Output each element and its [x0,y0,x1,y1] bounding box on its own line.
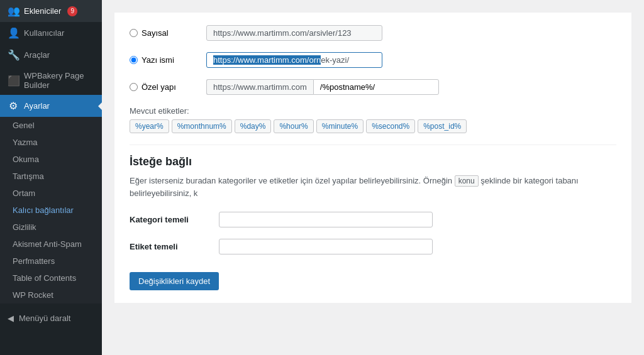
kategori-temeli-row: Kategori temeli [130,212,616,227]
ozel-yapi-input[interactable] [313,79,439,95]
mevcut-etiketler-section: Mevcut etiketler: %year% %monthnum% %day… [130,106,616,133]
submenu-okuma[interactable]: Okuma [0,151,102,168]
yazi-ismi-label: Yazı ismi [142,55,174,65]
users-icon: 👥 [8,5,19,17]
ozel-yapi-label: Özel yapı [142,82,176,92]
sayisal-radio[interactable] [130,29,138,37]
ekleniciler-badge: 9 [67,6,77,16]
wpbakery-icon: ⬛ [8,75,19,87]
tags-row: %year% %monthnum% %day% %hour% %minute% … [130,119,616,133]
yazi-ismi-row: Yazı ismi https://www.martimm.com/ornek-… [130,52,616,68]
ozel-yapi-radio[interactable] [130,83,138,91]
istege-bagli-highlight: konu [455,175,479,187]
yazi-ismi-radio[interactable] [130,56,138,64]
sidebar-item-kullanicilar[interactable]: 👤 Kullanıcılar [0,22,102,44]
yazi-ismi-url-display: https://www.martimm.com/ornek-yazi/ [206,52,382,68]
submenu-label: Yazma [13,138,38,147]
submenu-label: Gizlilik [13,222,36,232]
istege-bagli-section: İsteğe bağlı Eğer isterseniz buradan kat… [130,155,616,290]
tag-post-id[interactable]: %post_id% [418,119,467,133]
etiket-temeli-input[interactable] [219,239,433,254]
main-content: Sayısal https://www.martimm.com/arsivler… [102,0,644,355]
section-divider [130,145,616,145]
sidebar-item-wpbakery[interactable]: ⬛ WPBakery Page Builder [0,66,102,95]
ozel-yapi-row: Özel yapı https://www.martimm.com [130,79,616,95]
sidebar-item-label: Ayarlar [24,101,50,111]
settings-icon: ⚙ [8,100,19,112]
sidebar: 👥 Ekleniciler 9 👤 Kullanıcılar 🔧 Araçlar… [0,0,102,355]
yazi-ismi-url-selected: https://www.martimm.com/orn [213,55,321,65]
istege-bagli-desc: Eğer isterseniz buradan kategoriler ve e… [130,175,616,199]
sayisal-label: Sayısal [142,28,169,38]
kategori-temeli-label: Kategori temeli [130,215,211,224]
submenu-label: WP Rocket [13,290,53,300]
yazi-ismi-radio-label[interactable]: Yazı ismi [130,55,199,65]
sayisal-radio-label[interactable]: Sayısal [130,28,199,38]
etiket-temeli-label: Etiket temeli [130,242,211,251]
submenu-tartisma[interactable]: Tartışma [0,168,102,185]
sayisal-url-display: https://www.martimm.com/arsivler/123 [206,25,382,41]
sidebar-item-label: WPBakery Page Builder [24,71,94,90]
submenu-akismet[interactable]: Akismet Anti-Spam [0,236,102,253]
collapse-menu-button[interactable]: ◀ Menüyü daralt [0,309,102,328]
submenu-label: Okuma [13,155,39,164]
user-icon: 👤 [8,27,19,39]
collapse-label: Menüyü daralt [19,314,70,323]
submenu-ortam[interactable]: Ortam [0,185,102,202]
sayisal-row: Sayısal https://www.martimm.com/arsivler… [130,25,616,41]
submenu-label: Ortam [13,188,35,198]
sayisal-url-text: https://www.martimm.com/arsivler/123 [213,28,352,38]
sidebar-item-label: Kullanıcılar [24,28,64,38]
tools-icon: 🔧 [8,49,19,61]
sidebar-item-label: Ekleniciler [24,6,61,16]
submenu-gizlilik[interactable]: Gizlilik [0,219,102,236]
sidebar-item-ayarlar[interactable]: ⚙ Ayarlar [0,95,102,117]
submenu-wprocket[interactable]: WP Rocket [0,287,102,303]
submenu-label: Perfmatters [13,256,55,266]
tag-minute[interactable]: %minute% [316,119,364,133]
submenu-kalici[interactable]: Kalıcı bağlantılar [0,202,102,219]
submenu-perfmatters[interactable]: Perfmatters [0,253,102,270]
ozel-yapi-url-row: https://www.martimm.com [206,79,439,95]
tag-monthnum[interactable]: %monthnum% [172,119,232,133]
kategori-temeli-input[interactable] [219,212,433,227]
submenu-label: Tartışma [13,172,44,181]
save-button[interactable]: Değişiklikleri kaydet [130,272,219,290]
submenu-label: Genel [13,121,35,130]
submenu-label: Akismet Anti-Spam [13,239,82,249]
istege-bagli-title: İsteğe bağlı [130,155,616,168]
ayarlar-submenu: Genel Yazma Okuma Tartışma Ortam Kalıcı … [0,117,102,303]
sidebar-item-ekleniciler[interactable]: 👥 Ekleniciler 9 [0,0,102,22]
submenu-yazma[interactable]: Yazma [0,134,102,151]
tag-second[interactable]: %second% [366,119,415,133]
mevcut-etiketler-label: Mevcut etiketler: [130,106,616,116]
etiket-temeli-row: Etiket temeli [130,239,616,254]
settings-form: Sayısal https://www.martimm.com/arsivler… [114,13,631,303]
ozel-yapi-radio-label[interactable]: Özel yapı [130,82,199,92]
collapse-icon: ◀ [8,314,14,323]
tag-hour[interactable]: %hour% [274,119,313,133]
yazi-ismi-url-rest: ek-yazi/ [321,55,349,65]
sidebar-item-araclar[interactable]: 🔧 Araçlar [0,44,102,66]
sidebar-item-label: Araçlar [24,50,50,60]
tag-day[interactable]: %day% [235,119,272,133]
istege-bagli-desc-text: Eğer isterseniz buradan kategoriler ve e… [130,176,452,185]
submenu-toc[interactable]: Table of Contents [0,270,102,287]
ozel-yapi-base: https://www.martimm.com [206,79,313,95]
tag-year[interactable]: %year% [130,119,169,133]
submenu-label: Table of Contents [13,273,76,283]
submenu-label: Kalıcı bağlantılar [13,205,74,215]
submenu-genel[interactable]: Genel [0,117,102,134]
